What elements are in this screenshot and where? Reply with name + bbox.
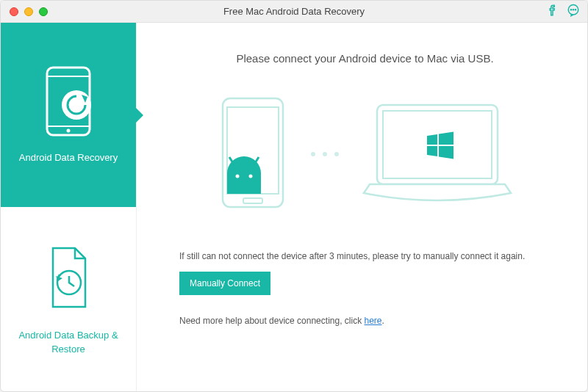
phone-refresh-icon [40, 65, 97, 138]
help-text: Need more help about device connecting, … [179, 316, 551, 326]
zoom-window-button[interactable] [39, 7, 48, 16]
svg-point-14 [248, 175, 252, 178]
window-title: Free Mac Android Data Recovery [1, 6, 587, 17]
window-controls [10, 7, 48, 16]
laptop-windows-icon [356, 98, 518, 211]
file-history-icon [40, 242, 97, 316]
svg-point-2 [573, 9, 573, 10]
connection-dots-icon [311, 152, 339, 156]
sidebar: Android Data Recovery Android Data Backu… [1, 23, 137, 391]
main-panel: Please connect your Android device to Ma… [137, 23, 587, 391]
manually-connect-button[interactable]: Manually Connect [179, 272, 270, 295]
svg-point-8 [62, 90, 91, 120]
feedback-icon[interactable] [567, 4, 580, 20]
sidebar-item-backup-restore[interactable]: Android Data Backup & Restore [1, 207, 136, 391]
help-prefix: Need more help about device connecting, … [179, 316, 364, 326]
minimize-window-button[interactable] [24, 7, 33, 16]
help-suffix: . [382, 316, 384, 326]
connection-diagram [179, 94, 551, 214]
titlebar: Free Mac Android Data Recovery [1, 1, 587, 23]
android-phone-icon [212, 94, 293, 214]
app-window: Free Mac Android Data Recovery [0, 0, 588, 392]
instruction-headline: Please connect your Android device to Ma… [179, 52, 551, 65]
sidebar-item-data-recovery[interactable]: Android Data Recovery [1, 23, 136, 207]
svg-point-7 [67, 129, 71, 133]
sidebar-item-label: Android Data Recovery [19, 151, 118, 164]
svg-point-13 [235, 175, 239, 178]
facebook-icon[interactable] [546, 4, 559, 20]
help-link[interactable]: here [364, 316, 381, 326]
close-window-button[interactable] [10, 7, 18, 16]
connection-hint: If still can not connect the device afte… [179, 251, 551, 261]
sidebar-item-label: Android Data Backup & Restore [8, 329, 129, 355]
svg-point-3 [575, 9, 576, 10]
svg-point-1 [570, 9, 571, 10]
